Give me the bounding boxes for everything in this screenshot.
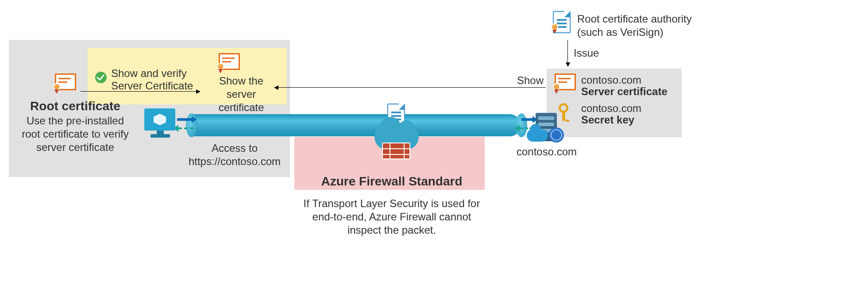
issue-label: Issue bbox=[574, 46, 599, 60]
server-domain-label: contoso.com bbox=[513, 145, 580, 158]
secret-key-label: Secret key bbox=[581, 113, 634, 127]
client-monitor-icon bbox=[144, 108, 176, 139]
firewall-note: If Transport Layer Security is used for … bbox=[301, 197, 482, 237]
verify-text-line2: Server Certificate bbox=[111, 79, 193, 93]
shown-cert-icon bbox=[217, 53, 241, 72]
firewall-title: Azure Firewall Standard bbox=[310, 173, 474, 189]
server-cloud-icon bbox=[527, 129, 548, 142]
checkmark-icon bbox=[95, 72, 107, 85]
show-server-label: Show the server certificate bbox=[204, 74, 279, 114]
show-arrow-label: Show bbox=[517, 74, 544, 87]
request-arrow-out-right bbox=[521, 118, 533, 121]
root-cert-icon bbox=[53, 73, 77, 92]
show-arrow bbox=[274, 87, 546, 88]
firewall-bricks-icon bbox=[382, 143, 410, 159]
request-arrow-in bbox=[177, 118, 192, 121]
server-cert-icon bbox=[553, 73, 577, 92]
root-ca-label: Root certificate authority (such as Veri… bbox=[577, 12, 692, 39]
globe-icon bbox=[549, 127, 564, 143]
issue-arrow bbox=[567, 40, 568, 66]
server-cert-label: Server certificate bbox=[581, 85, 667, 98]
verify-text-line1: Show and verify bbox=[111, 67, 187, 80]
root-cert-title: Root certificate bbox=[27, 98, 124, 114]
verify-arrow bbox=[81, 91, 200, 92]
root-cert-desc: Use the pre-installed root certificate t… bbox=[15, 114, 135, 154]
key-icon bbox=[557, 103, 570, 123]
response-arrow-out-left bbox=[178, 127, 193, 129]
tls-tunnel-pipe bbox=[191, 114, 521, 136]
access-label: Access to https://contoso.com bbox=[184, 142, 285, 168]
